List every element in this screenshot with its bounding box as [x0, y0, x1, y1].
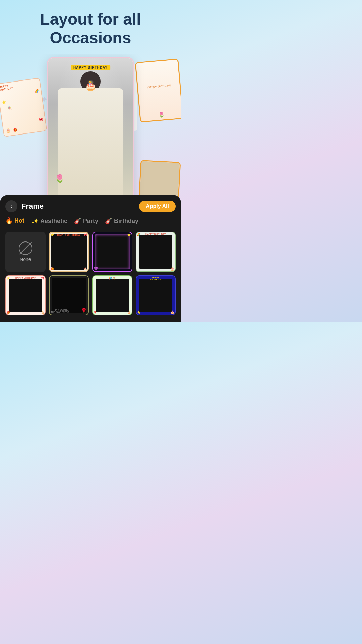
frame-grid-row2: HAPPY BIRTHDAY 🎁 🎂 ⭐ 🎀 🌹 I THINK YOU'RET… — [5, 275, 176, 316]
main-photo: HAPPY BIRTHDAY 🎂 🎂 🌷 — [48, 58, 133, 210]
tab-aesthetic-label: Aesthetic — [40, 218, 67, 225]
tab-party-label: Party — [83, 218, 98, 225]
header: Layout for all Occasions — [0, 0, 181, 54]
hot-icon: 🔥 — [5, 217, 13, 224]
category-tabs: 🔥 Hot ✨ Aesthetic 🎸 Party 🎸 Birthday — [5, 217, 176, 226]
tab-birthday-label: Birthday — [114, 218, 138, 225]
panel-header: ‹ Frame Apply All — [5, 200, 176, 212]
main-photo-frame: HAPPY BIRTHDAY 🎂 🎂 🌷 — [47, 57, 134, 211]
aesthetic-icon: ✨ — [31, 217, 39, 225]
birthday-icon: 🎸 — [105, 217, 112, 225]
frame-grid: None HAPPY BIRTHDAY 🎁 🎂 ⭐ 🎀 💜 ⭐ HAPPY BI… — [5, 232, 176, 272]
none-icon — [19, 241, 32, 255]
tab-party[interactable]: 🎸 Party — [74, 217, 98, 226]
panel-title: Frame — [21, 202, 139, 211]
frame-birthday-bright[interactable]: HAPPYBIRTHDAY 🎂 ⭐ — [136, 275, 176, 316]
frame-none[interactable]: None — [5, 232, 46, 272]
party-icon: 🎸 — [74, 217, 81, 225]
none-label: None — [20, 257, 31, 262]
birthday-banner: HAPPY BIRTHDAY — [71, 65, 110, 70]
tab-birthday[interactable]: 🎸 Birthday — [105, 217, 138, 226]
frame-birthday-1[interactable]: HAPPY BIRTHDAY 🎁 🎂 ⭐ 🎀 — [49, 232, 89, 272]
card-top-right: Happy Birthday! 🌷 — [135, 59, 181, 123]
bottom-panel: ‹ Frame Apply All 🔥 Hot ✨ Aesthetic 🎸 Pa… — [0, 195, 181, 322]
back-icon: ‹ — [10, 203, 12, 209]
card-left: HAPPYBIRTHDAY 🎂 🎁 🌈 ⭐ 🎀 🍭 — [0, 78, 47, 137]
frame-bunting[interactable]: 🎊🎊 🎈 🎂 — [92, 275, 132, 316]
tab-hot-label: Hot — [14, 217, 24, 224]
page-title: Layout for all Occasions — [7, 10, 174, 47]
frame-birthday-scalloped[interactable]: HAPPY BIRTHDAY 🎁 🎂 ⭐ 🎀 — [5, 275, 46, 316]
apply-all-button[interactable]: Apply All — [139, 201, 176, 212]
frame-dark-rose[interactable]: 🌹 I THINK YOU'RETHE SWEETEST — [49, 275, 89, 316]
tab-aesthetic[interactable]: ✨ Aesthetic — [31, 217, 67, 226]
frame-neon[interactable]: 💜 ⭐ — [92, 232, 132, 272]
frame-birthday-cake[interactable]: HAPPY BIRTHDAY 🎂 🌈 — [136, 232, 176, 272]
tab-hot[interactable]: 🔥 Hot — [5, 217, 24, 226]
back-button[interactable]: ‹ — [5, 200, 17, 212]
